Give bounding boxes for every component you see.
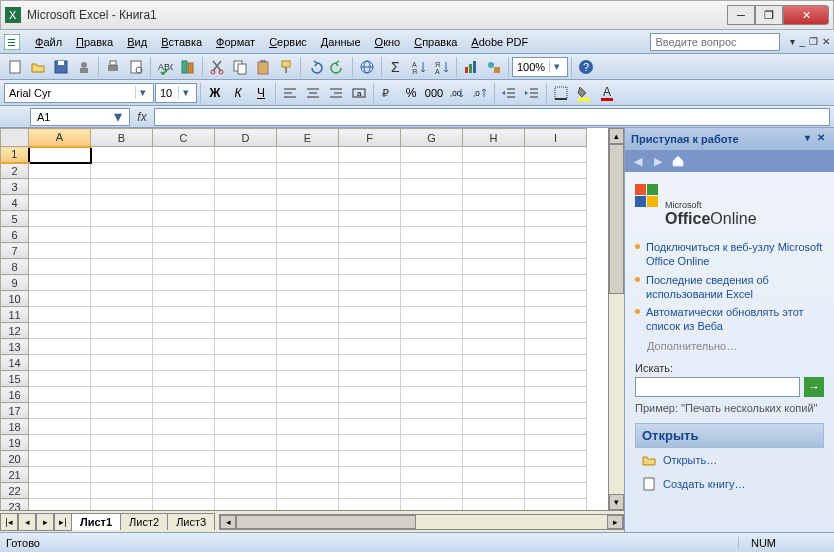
cell-E8[interactable]: [277, 259, 339, 275]
cell-C1[interactable]: [153, 147, 215, 163]
hscroll-thumb[interactable]: [236, 515, 416, 529]
research-button[interactable]: [177, 56, 199, 78]
cell-H7[interactable]: [463, 243, 525, 259]
menu-вид[interactable]: Вид: [120, 33, 154, 51]
cell-G23[interactable]: [401, 499, 463, 511]
cell-A2[interactable]: [29, 163, 91, 179]
col-header-I[interactable]: I: [525, 129, 587, 147]
row-header-19[interactable]: 19: [1, 435, 29, 451]
align-left-button[interactable]: [279, 82, 301, 104]
cell-B16[interactable]: [91, 387, 153, 403]
row-header-17[interactable]: 17: [1, 403, 29, 419]
cell-E7[interactable]: [277, 243, 339, 259]
col-header-B[interactable]: B: [91, 129, 153, 147]
tab-last-button[interactable]: ▸|: [54, 513, 72, 531]
chart-wizard-button[interactable]: [460, 56, 482, 78]
cell-F20[interactable]: [339, 451, 401, 467]
cell-H22[interactable]: [463, 483, 525, 499]
cell-E18[interactable]: [277, 419, 339, 435]
menu-правка[interactable]: Правка: [69, 33, 120, 51]
cell-D7[interactable]: [215, 243, 277, 259]
cell-I2[interactable]: [525, 163, 587, 179]
cell-G14[interactable]: [401, 355, 463, 371]
sort-desc-button[interactable]: ЯА: [431, 56, 453, 78]
row-header-21[interactable]: 21: [1, 467, 29, 483]
open-file-link[interactable]: Открыть…: [635, 448, 824, 472]
cell-A8[interactable]: [29, 259, 91, 275]
cell-C7[interactable]: [153, 243, 215, 259]
cell-E5[interactable]: [277, 211, 339, 227]
row-header-16[interactable]: 16: [1, 387, 29, 403]
spreadsheet-grid[interactable]: ABCDEFGHI1234567891011121314151617181920…: [0, 128, 608, 510]
copy-button[interactable]: [229, 56, 251, 78]
cell-A18[interactable]: [29, 419, 91, 435]
cell-C20[interactable]: [153, 451, 215, 467]
undo-button[interactable]: [304, 56, 326, 78]
cell-I17[interactable]: [525, 403, 587, 419]
bold-button[interactable]: Ж: [204, 82, 226, 104]
cell-F16[interactable]: [339, 387, 401, 403]
scroll-right-button[interactable]: ▸: [607, 515, 623, 529]
cell-A6[interactable]: [29, 227, 91, 243]
sheet-tab-1[interactable]: Лист1: [71, 513, 121, 530]
cell-D20[interactable]: [215, 451, 277, 467]
cell-C11[interactable]: [153, 307, 215, 323]
cell-H18[interactable]: [463, 419, 525, 435]
cell-E19[interactable]: [277, 435, 339, 451]
cell-I18[interactable]: [525, 419, 587, 435]
cell-D4[interactable]: [215, 195, 277, 211]
cell-D21[interactable]: [215, 467, 277, 483]
cell-I3[interactable]: [525, 179, 587, 195]
task-pane-back-button[interactable]: ◀: [629, 152, 647, 170]
cell-H5[interactable]: [463, 211, 525, 227]
cell-H3[interactable]: [463, 179, 525, 195]
cell-B6[interactable]: [91, 227, 153, 243]
menu-формат[interactable]: Формат: [209, 33, 262, 51]
cut-button[interactable]: [206, 56, 228, 78]
open-button[interactable]: [27, 56, 49, 78]
row-header-20[interactable]: 20: [1, 451, 29, 467]
print-button[interactable]: [102, 56, 124, 78]
cell-G3[interactable]: [401, 179, 463, 195]
cell-B17[interactable]: [91, 403, 153, 419]
cell-H2[interactable]: [463, 163, 525, 179]
cell-I19[interactable]: [525, 435, 587, 451]
cell-B7[interactable]: [91, 243, 153, 259]
cell-H8[interactable]: [463, 259, 525, 275]
row-header-18[interactable]: 18: [1, 419, 29, 435]
cell-D9[interactable]: [215, 275, 277, 291]
cell-B4[interactable]: [91, 195, 153, 211]
vertical-scrollbar[interactable]: ▴ ▾: [608, 128, 624, 510]
search-input[interactable]: [635, 377, 800, 397]
cell-D1[interactable]: [215, 147, 277, 163]
cell-E4[interactable]: [277, 195, 339, 211]
row-header-3[interactable]: 3: [1, 179, 29, 195]
row-header-23[interactable]: 23: [1, 499, 29, 511]
task-pane-close-button[interactable]: ✕: [814, 132, 828, 146]
row-header-13[interactable]: 13: [1, 339, 29, 355]
menu-файл[interactable]: Файл: [28, 33, 69, 51]
close-button[interactable]: ✕: [783, 5, 829, 25]
cell-G9[interactable]: [401, 275, 463, 291]
cell-H17[interactable]: [463, 403, 525, 419]
cell-A22[interactable]: [29, 483, 91, 499]
cell-E21[interactable]: [277, 467, 339, 483]
cell-B10[interactable]: [91, 291, 153, 307]
row-header-22[interactable]: 22: [1, 483, 29, 499]
col-header-E[interactable]: E: [277, 129, 339, 147]
cell-I16[interactable]: [525, 387, 587, 403]
cell-D5[interactable]: [215, 211, 277, 227]
cell-C18[interactable]: [153, 419, 215, 435]
col-header-G[interactable]: G: [401, 129, 463, 147]
cell-I12[interactable]: [525, 323, 587, 339]
cell-I4[interactable]: [525, 195, 587, 211]
cell-F22[interactable]: [339, 483, 401, 499]
cell-H20[interactable]: [463, 451, 525, 467]
cell-B18[interactable]: [91, 419, 153, 435]
row-header-7[interactable]: 7: [1, 243, 29, 259]
name-box-dropdown-icon[interactable]: ▾: [111, 107, 125, 126]
cell-I8[interactable]: [525, 259, 587, 275]
cell-C10[interactable]: [153, 291, 215, 307]
redo-button[interactable]: [327, 56, 349, 78]
cell-F13[interactable]: [339, 339, 401, 355]
